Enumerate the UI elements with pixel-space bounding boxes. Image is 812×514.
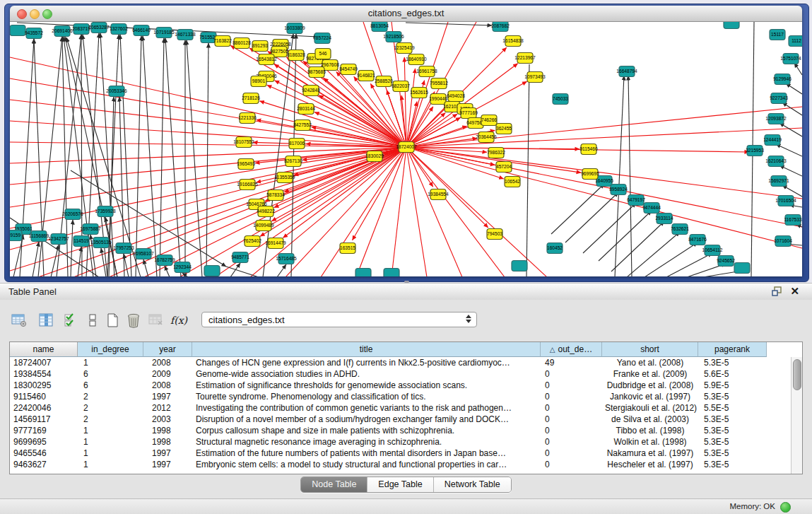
graph-node-selected[interactable]: 457204 xyxy=(496,162,512,173)
column-header-title[interactable]: title xyxy=(192,342,541,357)
graph-edge[interactable] xyxy=(406,147,427,276)
graph-edge[interactable] xyxy=(583,203,636,253)
graph-edge[interactable] xyxy=(645,243,698,276)
scrollbar-thumb[interactable] xyxy=(793,359,801,390)
graph-node-unselected[interactable]: 12093872 xyxy=(765,114,787,124)
table-cell[interactable]: Estimation of the future numbers of pati… xyxy=(192,448,541,459)
table-cell[interactable]: Tibbo et al. (1998) xyxy=(602,425,698,436)
graph-edge[interactable] xyxy=(526,64,529,276)
table-cell[interactable]: 2009 xyxy=(143,368,192,380)
graph-node-selected[interactable]: 10973493 xyxy=(524,72,546,83)
graph-node-unselected[interactable]: 16782759 xyxy=(154,255,175,266)
table-cell[interactable]: 18300295 xyxy=(10,380,78,391)
graph-node-unselected[interactable]: 11156869 xyxy=(29,231,49,242)
graph-node-selected[interactable]: 362455 xyxy=(496,124,512,134)
table-cell[interactable]: 1998 xyxy=(143,436,192,448)
graph-edge[interactable] xyxy=(406,139,477,147)
table-cell[interactable]: 5.3E-5 xyxy=(698,357,767,368)
graph-node-unselected[interactable]: 1327602 xyxy=(110,24,128,35)
graph-edge[interactable] xyxy=(406,147,462,276)
graph-edge[interactable] xyxy=(666,253,712,276)
graph-node-selected[interactable]: 2803144 xyxy=(297,104,315,115)
table-cell[interactable]: Hescheler et al. (1997) xyxy=(602,459,698,470)
graph-node-unselected[interactable]: 17359928 xyxy=(95,206,116,217)
table-row[interactable]: 977716911998Corpus callosum shape and si… xyxy=(10,425,802,436)
table-cell[interactable]: Yano et al. (2008) xyxy=(602,357,698,368)
graph-node-selected[interactable]: 8454749 xyxy=(339,64,358,75)
column-header-out_de[interactable]: △out_de… xyxy=(541,342,602,357)
graph-node-selected[interactable]: 12325419 xyxy=(394,43,415,54)
graph-node-unselected[interactable]: 9485771 xyxy=(231,252,249,263)
graph-edge[interactable] xyxy=(794,63,802,75)
graph-edge[interactable] xyxy=(782,103,802,115)
table-cell[interactable]: 9115460 xyxy=(10,391,78,402)
table-cell[interactable]: 5.5E-5 xyxy=(698,402,767,414)
tab-node-table[interactable]: Node Table xyxy=(301,477,367,492)
graph-edge[interactable] xyxy=(226,267,259,276)
graph-edge[interactable] xyxy=(136,36,141,276)
graph-node-unselected[interactable]: 9474444 xyxy=(642,203,661,214)
graph-edge[interactable] xyxy=(406,147,488,228)
table-cell[interactable]: 5.9E-5 xyxy=(698,380,767,391)
graph-node-selected[interactable]: 546 xyxy=(315,49,331,59)
network-table-selector[interactable]: citations_edges.txt xyxy=(201,312,477,327)
network-canvas[interactable]: 9435572206914062083719106532871327602646… xyxy=(10,22,802,276)
tab-edge-table[interactable]: Edge Table xyxy=(367,477,433,492)
table-cell[interactable]: 0 xyxy=(541,368,602,380)
table-row[interactable]: 1830029562008Estimation of significance … xyxy=(10,380,802,391)
graph-node-selected[interactable]: 16543812 xyxy=(256,54,277,65)
graph-node-unselected[interactable]: 20691406 xyxy=(52,26,73,37)
graph-node-selected[interactable]: 817006 xyxy=(289,139,305,149)
graph-node-selected[interactable]: 163515 xyxy=(340,243,355,254)
table-row[interactable]: 946362711997Embryonic stem cells: a mode… xyxy=(10,459,802,470)
column-header-name[interactable]: name xyxy=(10,342,78,357)
graph-edge[interactable] xyxy=(779,165,802,176)
table-cell[interactable]: de Silva et al. (2003) xyxy=(602,414,698,425)
table-cell[interactable]: 0 xyxy=(541,436,602,448)
graph-node-selected[interactable]: 16154838 xyxy=(502,36,524,47)
graph-edge[interactable] xyxy=(786,83,802,94)
graph-node-selected[interactable]: 2718126 xyxy=(242,93,260,104)
graph-node-selected[interactable]: 20364456 xyxy=(476,132,497,143)
graph-node-selected[interactable]: 106542 xyxy=(505,177,520,187)
table-cell[interactable]: 2 xyxy=(78,414,143,425)
graph-edge[interactable] xyxy=(615,76,624,276)
table-cell[interactable]: 1 xyxy=(78,448,143,459)
table-cell[interactable]: Stergiakouli et al. (2012) xyxy=(602,402,698,414)
graph-edge[interactable] xyxy=(599,211,652,261)
table-cell[interactable]: 5.3E-5 xyxy=(698,391,767,402)
table-cell[interactable]: 6 xyxy=(78,380,143,391)
table-cell[interactable]: Dudbridge et al. (2008) xyxy=(602,380,698,391)
tab-network-table[interactable]: Network Table xyxy=(433,477,511,492)
graph-node-unselected[interactable]: 16648794 xyxy=(616,66,637,77)
graph-node-unselected[interactable]: 1071604 xyxy=(774,236,792,247)
graph-node-unselected[interactable]: 8958924 xyxy=(609,185,628,195)
table-cell[interactable]: 0 xyxy=(541,448,602,459)
graph-node-unselected[interactable]: 12342757 xyxy=(48,234,69,245)
function-builder-button[interactable]: f(x) xyxy=(170,311,188,329)
graph-node-unselected[interactable]: 17957253 xyxy=(113,243,134,254)
graph-edge[interactable] xyxy=(406,23,492,25)
table-cell[interactable]: 0 xyxy=(541,459,602,470)
graph-node-selected[interactable]: 746266 xyxy=(481,115,497,126)
graph-edge[interactable] xyxy=(286,147,406,276)
graph-node-selected[interactable]: 1830029 xyxy=(365,151,384,162)
table-cell[interactable]: 2008 xyxy=(143,380,192,391)
graph-edge[interactable] xyxy=(71,220,73,276)
graph-node-unselected[interactable]: 8813054 xyxy=(370,22,389,32)
graph-node-unselected[interactable] xyxy=(512,261,527,271)
table-cell[interactable]: 0 xyxy=(541,402,602,414)
table-row[interactable]: 1872400712008Changes of HCN gene express… xyxy=(10,357,802,368)
graph-node-selected[interactable]: 9115460 xyxy=(579,144,598,155)
graph-node-selected[interactable]: 7986322 xyxy=(487,148,505,158)
graph-edge[interactable] xyxy=(291,34,296,276)
table-cell[interactable]: 1997 xyxy=(143,448,192,459)
graph-node-unselected[interactable]: 17016504 xyxy=(775,196,796,206)
graph-node-selected[interactable]: 8860128 xyxy=(233,38,251,49)
graph-node-unselected[interactable]: 8471676 xyxy=(688,235,707,245)
table-cell[interactable]: 9699695 xyxy=(10,436,78,448)
table-cell[interactable]: 9465546 xyxy=(10,448,78,459)
table-row[interactable]: 2242004622012Investigating the contribut… xyxy=(10,402,802,414)
graph-edge[interactable] xyxy=(143,259,148,276)
graph-node-selected[interactable]: 18640910 xyxy=(406,54,427,65)
